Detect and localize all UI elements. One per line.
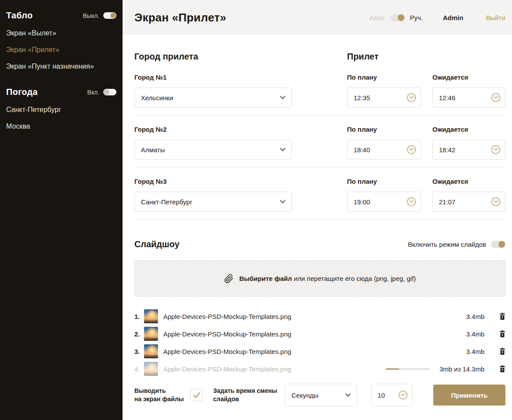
plan-time-value: 19:00 bbox=[354, 198, 370, 206]
file-upload-status: 3mb из 14.3mb bbox=[439, 365, 484, 373]
expected-label: Ожидается bbox=[432, 126, 505, 133]
file-name: Apple-Devices-PSD-Mockup-Templates.png bbox=[163, 313, 444, 320]
expected-time-value: 18:42 bbox=[439, 146, 456, 154]
user-name: Admin bbox=[443, 14, 463, 21]
expected-label: Ожидается bbox=[432, 178, 505, 186]
plan-time-value: 18:40 bbox=[354, 146, 370, 154]
expected-time-input-2[interactable]: 18:42 bbox=[432, 140, 505, 160]
file-name: Apple-Devices-PSD-Mockup-Templates.png bbox=[163, 348, 444, 355]
sidebar-section-title-tablo: Табло bbox=[6, 10, 33, 21]
arrival-row: Город №2 Алматы По плану 18:40 Ожидается… bbox=[134, 126, 505, 168]
slideshow-settings: Выводить на экран файлы Задать время сме… bbox=[134, 384, 505, 406]
toggle-knob bbox=[498, 241, 505, 248]
file-number: 1. bbox=[134, 313, 144, 320]
apply-button[interactable]: Применить bbox=[433, 385, 505, 406]
clock-icon[interactable] bbox=[407, 145, 416, 154]
clock-icon[interactable] bbox=[407, 93, 416, 102]
city-select-value: Алматы bbox=[141, 146, 165, 154]
chevron-down-icon bbox=[280, 96, 285, 99]
interval-unit-select[interactable]: Секунды bbox=[285, 384, 357, 406]
file-name: Apple-Devices-PSD-Mockup-Templates.png bbox=[163, 365, 386, 373]
paperclip-icon bbox=[224, 274, 234, 284]
city-select-value: Санкт-Петербург bbox=[141, 198, 193, 206]
sidebar-item-moscow[interactable]: Москва bbox=[6, 122, 116, 130]
city-label: Город №3 bbox=[134, 178, 336, 186]
slideshow-toggle-label: Включить режим слайдов bbox=[408, 241, 486, 248]
clock-icon[interactable] bbox=[491, 93, 501, 102]
clock-icon[interactable] bbox=[491, 197, 501, 206]
trash-icon[interactable] bbox=[499, 313, 505, 320]
arrival-row: Город №3 Санкт-Петербург По плану 19:00 … bbox=[134, 178, 505, 220]
mode-auto-label[interactable]: Авто. bbox=[370, 14, 386, 21]
file-thumbnail bbox=[144, 362, 158, 376]
chevron-down-icon bbox=[280, 148, 285, 151]
sidebar-item-saint-petersburg[interactable]: Санкт-Петербург bbox=[6, 106, 116, 114]
file-thumbnail bbox=[144, 344, 158, 358]
expected-time-input-1[interactable]: 12:46 bbox=[432, 88, 505, 108]
page-header: Экран «Прилет» Авто. Руч. Admin Выйти bbox=[123, 0, 512, 35]
city-select-2[interactable]: Алматы bbox=[134, 140, 292, 160]
display-files-label: Выводить на экран файлы bbox=[134, 387, 190, 403]
plan-label: По плану bbox=[347, 74, 421, 81]
expected-time-input-3[interactable]: 21:07 bbox=[432, 192, 505, 212]
toggle-knob bbox=[398, 14, 404, 21]
trash-icon[interactable] bbox=[499, 330, 505, 337]
file-row-uploading: 4. Apple-Devices-PSD-Mockup-Templates.pn… bbox=[134, 362, 505, 376]
clock-icon[interactable] bbox=[491, 145, 501, 154]
interval-unit-value: Секунды bbox=[291, 392, 318, 399]
file-size: 3.4mb bbox=[444, 330, 484, 338]
arrival-heading: Прилет bbox=[347, 52, 421, 61]
logout-link[interactable]: Выйти bbox=[486, 14, 505, 21]
slide-interval-label-line1: Задать время смены bbox=[213, 387, 279, 395]
interval-value: 10 bbox=[378, 392, 385, 399]
file-list: 1. Apple-Devices-PSD-Mockup-Templates.pn… bbox=[134, 309, 505, 376]
display-files-checkbox[interactable] bbox=[190, 389, 203, 401]
upload-instruction: Выбирите файл или перетащите его сюда (p… bbox=[239, 275, 416, 282]
mode-toggle[interactable] bbox=[390, 14, 405, 21]
weather-toggle[interactable] bbox=[103, 89, 116, 95]
chevron-down-icon bbox=[345, 393, 351, 397]
sidebar-item-departure-screen[interactable]: Экран «Вылет» bbox=[6, 29, 116, 37]
display-files-label-line2: на экран файлы bbox=[134, 395, 190, 403]
sidebar-item-arrival-screen[interactable]: Экран «Прилет» bbox=[6, 46, 116, 54]
display-files-label-line1: Выводить bbox=[134, 387, 190, 395]
slideshow-toggle[interactable] bbox=[491, 241, 505, 248]
plan-time-input-1[interactable]: 12:35 bbox=[347, 88, 421, 108]
slide-interval-label-line2: слайдов bbox=[213, 395, 279, 403]
clock-icon[interactable] bbox=[407, 197, 416, 206]
toggle-knob bbox=[104, 89, 109, 95]
interval-value-input[interactable]: 10 bbox=[371, 384, 413, 406]
sidebar: Табло Выкл. Экран «Вылет» Экран «Прилет»… bbox=[0, 0, 123, 420]
upload-progress-fill bbox=[386, 368, 399, 370]
file-number: 4. bbox=[134, 365, 144, 373]
city-select-3[interactable]: Санкт-Петербург bbox=[134, 192, 292, 212]
arrival-row: Город №1 Хельсинки По плану 12:35 Ожидае… bbox=[134, 74, 505, 116]
file-size: 3.4mb bbox=[444, 348, 484, 355]
city-select-1[interactable]: Хельсинки bbox=[134, 88, 292, 108]
file-row: 3. Apple-Devices-PSD-Mockup-Templates.pn… bbox=[134, 344, 505, 358]
checkmark-icon bbox=[193, 392, 200, 399]
upload-progress-bar bbox=[386, 368, 430, 370]
mode-manual-label[interactable]: Руч. bbox=[410, 14, 423, 21]
plan-label: По плану bbox=[347, 126, 421, 133]
page-title: Экран «Прилет» bbox=[134, 11, 370, 24]
city-label: Город №1 bbox=[134, 74, 336, 81]
file-number: 3. bbox=[134, 348, 144, 355]
trash-icon[interactable] bbox=[499, 365, 505, 372]
trash-icon[interactable] bbox=[499, 348, 505, 355]
city-select-value: Хельсинки bbox=[141, 94, 173, 102]
tablo-toggle[interactable] bbox=[103, 12, 116, 19]
plan-time-input-2[interactable]: 18:40 bbox=[347, 140, 421, 160]
file-thumbnail bbox=[144, 327, 158, 341]
file-name: Apple-Devices-PSD-Mockup-Templates.png bbox=[163, 330, 444, 338]
sidebar-item-destination-screen[interactable]: Экран «Пункт назначения» bbox=[6, 63, 116, 70]
weather-toggle-label: Вкл. bbox=[87, 89, 99, 96]
sidebar-section-title-weather: Погода bbox=[6, 87, 38, 97]
file-upload-dropzone[interactable]: Выбирите файл или перетащите его сюда (p… bbox=[134, 260, 505, 297]
file-size: 3.4mb bbox=[444, 313, 484, 320]
cities-heading: Город прилета bbox=[134, 52, 336, 61]
plan-time-input-3[interactable]: 19:00 bbox=[347, 192, 421, 212]
clock-icon[interactable] bbox=[398, 390, 408, 400]
upload-instruction-bold: Выбирите файл bbox=[239, 275, 292, 282]
file-row: 1. Apple-Devices-PSD-Mockup-Templates.pn… bbox=[134, 309, 505, 323]
